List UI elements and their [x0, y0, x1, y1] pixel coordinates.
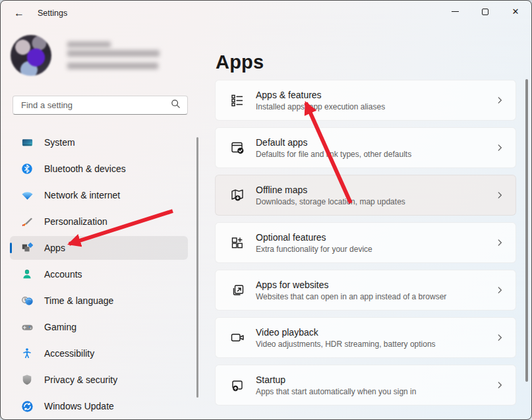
sidebar-item-privacy-security[interactable]: Privacy & security	[10, 368, 188, 392]
row-title: Video playback	[256, 327, 494, 338]
search-input[interactable]	[20, 100, 171, 111]
settings-row-apps-for-websites[interactable]: Apps for websitesWebsites that can open …	[215, 270, 516, 311]
settings-row-offline-maps[interactable]: Offline mapsDownloads, storage location,…	[215, 175, 516, 216]
sidebar-item-label: Windows Update	[44, 401, 114, 411]
sidebar-item-label: System	[44, 137, 75, 148]
search-icon	[171, 99, 181, 111]
apps-features-icon	[229, 92, 246, 109]
row-text: StartupApps that start automatically whe…	[256, 375, 494, 396]
row-text: Offline mapsDownloads, storage location,…	[256, 185, 494, 206]
settings-row-apps-features[interactable]: Apps & featuresInstalled apps, app execu…	[215, 80, 516, 121]
row-title: Offline maps	[256, 185, 494, 195]
accessibility-icon	[20, 347, 34, 360]
sidebar-item-label: Bluetooth & devices	[44, 164, 126, 174]
row-title: Apps for websites	[256, 280, 494, 290]
titlebar: ← Settings ✕	[1, 1, 531, 26]
sidebar-item-accounts[interactable]: Accounts	[10, 262, 188, 286]
sidebar-item-windows-update[interactable]: Windows Update	[10, 394, 188, 418]
row-subtitle: Extra functionality for your device	[256, 245, 494, 254]
avatar	[11, 35, 51, 76]
selected-accent-pill	[10, 243, 12, 253]
sidebar-item-gaming[interactable]: Gaming	[10, 315, 188, 339]
chevron-right-icon	[494, 142, 505, 153]
sidebar-scrollbar[interactable]	[196, 137, 198, 398]
minimize-button[interactable]	[440, 1, 470, 22]
time-language-icon	[20, 294, 34, 307]
row-text: Video playbackVideo adjustments, HDR str…	[256, 327, 494, 349]
row-subtitle: Downloads, storage location, map updates	[256, 197, 494, 206]
sidebar-item-bluetooth-devices[interactable]: Bluetooth & devices	[10, 157, 188, 181]
privacy-icon	[20, 373, 34, 386]
sidebar-item-accessibility[interactable]: Accessibility	[10, 342, 188, 365]
user-profile	[11, 35, 160, 76]
network-icon	[20, 189, 34, 202]
sidebar-item-label: Personalization	[44, 216, 107, 227]
chevron-right-icon	[494, 95, 505, 105]
blurred-email-line	[67, 63, 158, 69]
sidebar-item-time-language[interactable]: Time & language	[10, 289, 188, 313]
settings-row-startup[interactable]: StartupApps that start automatically whe…	[215, 365, 516, 405]
row-title: Apps & features	[256, 90, 494, 100]
gaming-icon	[20, 320, 34, 334]
settings-rows: Apps & featuresInstalled apps, app execu…	[215, 80, 516, 412]
sidebar-item-personalization[interactable]: Personalization	[10, 210, 188, 233]
window-controls: ✕	[440, 1, 531, 22]
sidebar-item-label: Apps	[44, 243, 65, 253]
row-text: Apps & featuresInstalled apps, app execu…	[256, 90, 494, 111]
settings-row-optional-features[interactable]: Optional featuresExtra functionality for…	[215, 222, 516, 263]
sidebar-item-label: Accessibility	[44, 348, 94, 359]
row-subtitle: Video adjustments, HDR streaming, batter…	[256, 340, 494, 349]
row-subtitle: Apps that start automatically when you s…	[256, 387, 494, 396]
maximize-button[interactable]	[470, 1, 500, 22]
row-text: Optional featuresExtra functionality for…	[256, 232, 494, 254]
row-subtitle: Defaults for file and link types, other …	[256, 150, 494, 159]
sidebar-item-label: Gaming	[44, 322, 76, 332]
row-title: Optional features	[256, 232, 494, 243]
settings-window: ← Settings ✕ SystemBluetooth & devicesNe…	[0, 0, 532, 420]
sidebar-item-label: Accounts	[44, 269, 82, 280]
settings-row-video-playback[interactable]: Video playbackVideo adjustments, HDR str…	[215, 317, 516, 358]
row-text: Apps for websitesWebsites that can open …	[256, 280, 494, 301]
blurred-name-line	[67, 50, 160, 57]
chevron-right-icon	[494, 380, 505, 390]
offline-maps-icon	[229, 187, 246, 204]
sidebar-nav: SystemBluetooth & devicesNetwork & inter…	[10, 131, 188, 420]
row-subtitle: Websites that can open in an app instead…	[256, 292, 494, 301]
chevron-right-icon	[494, 237, 505, 248]
startup-icon	[229, 376, 246, 394]
close-icon: ✕	[512, 7, 519, 16]
row-subtitle: Installed apps, app execution aliases	[256, 102, 494, 111]
sidebar-item-label: Privacy & security	[44, 375, 117, 385]
row-text: Default appsDefaults for file and link t…	[256, 137, 494, 159]
system-icon	[20, 136, 34, 149]
chevron-right-icon	[494, 190, 505, 200]
default-apps-icon	[229, 139, 246, 156]
arrow-left-icon: ←	[14, 7, 24, 19]
window-title: Settings	[38, 9, 67, 18]
chevron-right-icon	[494, 332, 505, 343]
bluetooth-icon	[20, 162, 34, 175]
video-playback-icon	[229, 329, 246, 346]
sidebar-item-label: Network & internet	[44, 190, 120, 200]
sidebar-item-apps[interactable]: Apps	[10, 236, 188, 260]
main-scrollbar[interactable]	[525, 79, 528, 382]
settings-row-default-apps[interactable]: Default appsDefaults for file and link t…	[215, 127, 516, 168]
user-name-blurred	[67, 42, 160, 69]
sidebar-item-system[interactable]: System	[10, 131, 188, 154]
page-title: Apps	[216, 51, 264, 73]
chevron-right-icon	[494, 285, 505, 295]
sidebar-item-network-internet[interactable]: Network & internet	[10, 183, 188, 207]
windows-update-icon	[20, 400, 34, 413]
apps-for-websites-icon	[229, 282, 246, 299]
optional-features-icon	[229, 234, 246, 251]
close-button[interactable]: ✕	[500, 1, 531, 22]
sidebar-item-label: Time & language	[44, 295, 113, 306]
back-button[interactable]: ←	[9, 4, 30, 22]
accounts-icon	[20, 268, 34, 281]
row-title: Default apps	[256, 137, 494, 148]
maximize-icon	[482, 9, 488, 15]
apps-icon	[20, 241, 34, 255]
blurred-name-line	[67, 42, 111, 47]
row-title: Startup	[256, 375, 494, 385]
search-box	[13, 96, 188, 115]
